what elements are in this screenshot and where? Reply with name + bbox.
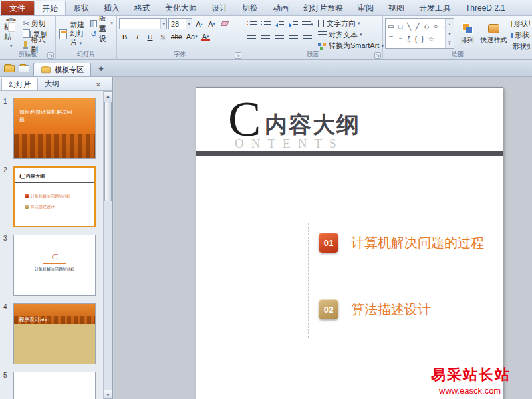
font-color-button[interactable]: A ▾ (200, 31, 211, 42)
shapes-more-icon[interactable]: ⊽ (446, 38, 454, 48)
tab-shapes[interactable]: 形状 (66, 1, 96, 15)
new-slide-label-1: 新建 (70, 21, 86, 29)
tab-transitions[interactable]: 切换 (235, 1, 265, 15)
align-center-button[interactable] (259, 33, 272, 44)
tab-insert[interactable]: 插入 (96, 1, 127, 15)
slide-list-item-2[interactable]: 02 算法描述设计 (319, 299, 431, 319)
shrink-font-label: A (208, 20, 213, 28)
shapes-row-1: ▭ □ ╲ ╱ ◇ ○ → ▽ (388, 23, 445, 30)
justify-button[interactable] (287, 33, 300, 44)
tab-home[interactable]: 开始 (34, 1, 66, 15)
decrease-indent-button[interactable] (273, 19, 286, 30)
align-center-icon (261, 35, 270, 43)
text-direction-button[interactable]: 文字方向 ▾ (317, 19, 385, 29)
slide-list-item-1[interactable]: 01 计算机解决问题的过程 (319, 233, 484, 253)
slide-thumbnail-3[interactable]: C 计算机解决问题的过程 (13, 235, 96, 296)
convert-smartart-button[interactable]: 转换为SmartArt ▾ (317, 41, 385, 51)
align-right-button[interactable] (273, 33, 286, 44)
slide-thumbnail-4[interactable]: 程序设计abc (13, 303, 96, 364)
ribbon-group-font: ▾ 28 ▾ A▴ A▾ B I U S abe Aa ▾ (117, 16, 243, 59)
thumb2-item-1: 计算机解决问题的过程 (31, 194, 70, 200)
bold-button[interactable]: B (119, 31, 130, 42)
shapes-gallery[interactable]: ▭ □ ╲ ╱ ◇ ○ → ▽ ⌒ ~ ζ { } ☆ ▴ ▾ ⊽ (385, 18, 454, 49)
clear-formatting-icon (220, 21, 229, 26)
tab-threed[interactable]: ThreeD 2.1 (458, 1, 513, 15)
distribute-button[interactable] (301, 33, 314, 44)
clear-formatting-button[interactable] (219, 19, 230, 29)
tab-review[interactable]: 审阅 (350, 1, 381, 15)
format-painter-icon (24, 41, 27, 47)
new-slide-dropdown-icon: ▾ (79, 41, 82, 45)
template-tab-folder-icon (41, 66, 51, 72)
tab-design[interactable]: 设计 (204, 1, 235, 15)
layout-icon (90, 20, 96, 27)
shape-effects-button[interactable]: 形状效果 (509, 41, 531, 51)
panel-tab-slides[interactable]: 幻灯片 (1, 78, 38, 90)
slide-canvas[interactable]: C 内容大纲 ONTENTS 01 计算机解决问题的过程 02 算法描述设计 (196, 87, 503, 399)
thumb2-heading: 内容大纲 (26, 173, 45, 180)
slides-panel: 幻灯片 大纲 × 1 如何利用计算机解决问题 2 C 内容大纲 计算机解决问题的… (0, 77, 113, 399)
bullets-button[interactable] (245, 19, 258, 30)
paragraph-dialog-launcher[interactable]: ↘ (374, 52, 381, 59)
thumbnail-row-3: 3 C 计算机解决问题的过程 (13, 235, 96, 296)
arrange-button[interactable]: 排列 (456, 18, 478, 50)
folder-open-icon[interactable] (19, 65, 29, 72)
watermark: 易采站长站 www.easck.com (431, 365, 511, 396)
panel-tab-outline[interactable]: 大纲 (38, 78, 66, 90)
shapes-scroll-up-icon[interactable]: ▴ (446, 19, 454, 29)
folder-icon[interactable] (4, 65, 15, 72)
format-painter-button[interactable]: 格式刷 (21, 39, 53, 50)
scroll-down-icon[interactable]: ▼ (104, 390, 112, 399)
align-text-label: 对齐文本 (329, 30, 358, 40)
tab-slideshow[interactable]: 幻灯片放映 (296, 1, 350, 15)
tab-file[interactable]: 文件 (1, 1, 34, 15)
text-direction-dropdown-icon: ▾ (358, 21, 360, 26)
paste-button[interactable]: 粘贴 ▾ (2, 18, 20, 50)
font-size-combobox[interactable]: 28 ▾ (168, 18, 192, 29)
tab-beautify[interactable]: 美化大师 (158, 1, 204, 15)
text-shadow-button[interactable]: S (157, 31, 168, 42)
cut-button[interactable]: ✂ 剪切 (21, 18, 53, 29)
cut-label: 剪切 (31, 19, 46, 29)
underline-button[interactable]: U (144, 31, 156, 42)
panel-close-icon[interactable]: × (96, 81, 100, 88)
clipboard-dialog-launcher[interactable]: ↘ (47, 52, 54, 59)
paragraph-group-label: 段落 (243, 50, 382, 59)
slide-thumbnail-5[interactable] (13, 372, 96, 399)
align-text-button[interactable]: 对齐文本 ▾ (317, 30, 385, 40)
new-slide-button[interactable]: 新建 幻灯片 ▾ (58, 18, 87, 50)
grow-font-button[interactable]: A▴ (194, 19, 205, 29)
reset-button[interactable]: ↺ 重设 (89, 29, 114, 39)
font-dialog-launcher[interactable]: ↘ (235, 52, 241, 59)
slide-dashed-line (308, 223, 309, 338)
shrink-font-button[interactable]: A▾ (206, 19, 217, 29)
shape-fill-button[interactable]: 形状填充 (509, 19, 531, 29)
italic-button[interactable]: I (132, 31, 143, 42)
copy-icon (25, 31, 31, 38)
slide-subtitle[interactable]: ONTENTS (235, 136, 344, 151)
panel-scrollbar[interactable]: ▲ ▼ (103, 91, 112, 399)
font-name-combobox[interactable]: ▾ (119, 18, 167, 29)
change-case-button[interactable]: Aa ▾ (185, 31, 199, 42)
slide-thumbnail-1[interactable]: 如何利用计算机解决问题 (13, 98, 96, 159)
slide-thumbnail-2-selected[interactable]: C 内容大纲 计算机解决问题的过程 算法描述设计 (13, 166, 96, 227)
line-spacing-button[interactable]: ▾ (301, 19, 314, 30)
tab-view[interactable]: 视图 (381, 1, 412, 15)
tab-animation[interactable]: 动画 (265, 1, 296, 15)
strikethrough-button[interactable]: abe (170, 31, 184, 42)
shape-outline-button[interactable]: 形状轮廓 (509, 30, 531, 40)
tab-format[interactable]: 格式 (127, 1, 158, 15)
grow-font-label: A (196, 20, 200, 28)
slide-thumbnail-list: 1 如何利用计算机解决问题 2 C 内容大纲 计算机解决问题的过程 算法描述设计… (0, 91, 103, 399)
shapes-scroll-down-icon[interactable]: ▾ (446, 29, 454, 39)
increase-indent-button[interactable] (287, 19, 300, 30)
quick-styles-button[interactable]: 快速样式 (480, 18, 507, 50)
document-tab-template-zone[interactable]: 模板专区 (33, 63, 91, 76)
numbering-button[interactable] (259, 19, 272, 30)
new-document-tab-button[interactable]: + (95, 63, 107, 74)
thumb1-title: 如何利用计算机解决问题 (19, 109, 72, 124)
tab-developer[interactable]: 开发工具 (412, 1, 458, 15)
align-left-button[interactable] (245, 33, 258, 44)
scrollbar-thumb[interactable] (104, 102, 112, 201)
scroll-up-icon[interactable]: ▲ (104, 91, 112, 100)
